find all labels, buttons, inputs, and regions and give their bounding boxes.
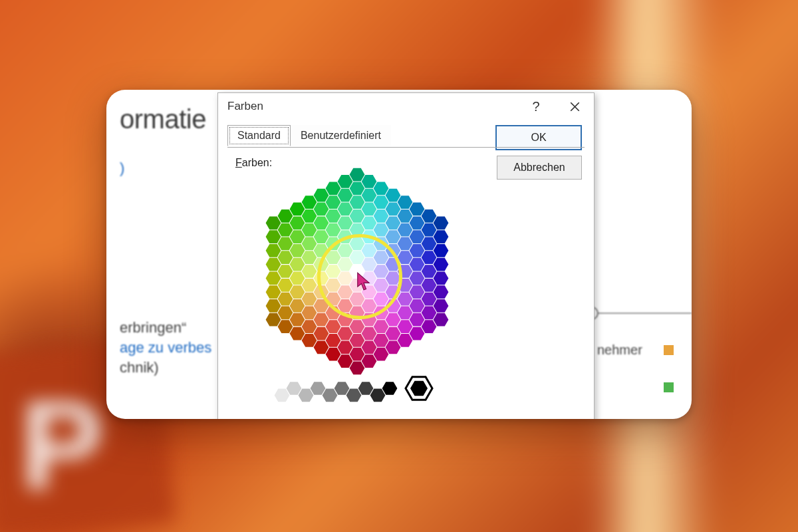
color-swatch[interactable] bbox=[386, 313, 401, 327]
color-swatch[interactable] bbox=[266, 313, 281, 327]
color-swatch[interactable] bbox=[434, 230, 449, 243]
color-swatch[interactable] bbox=[290, 258, 305, 271]
color-swatch[interactable] bbox=[290, 272, 305, 285]
gray-swatch[interactable] bbox=[299, 389, 314, 402]
color-swatch[interactable] bbox=[434, 313, 449, 327]
color-swatch[interactable] bbox=[350, 196, 365, 209]
color-swatch[interactable] bbox=[374, 265, 389, 278]
color-swatch[interactable] bbox=[326, 293, 341, 306]
color-swatch[interactable] bbox=[338, 299, 353, 313]
gray-swatch[interactable] bbox=[275, 389, 290, 402]
color-swatch[interactable] bbox=[422, 279, 437, 292]
color-swatch[interactable] bbox=[422, 251, 437, 264]
color-swatch[interactable] bbox=[290, 216, 305, 229]
color-swatch[interactable] bbox=[278, 223, 293, 237]
color-swatch[interactable] bbox=[266, 299, 281, 313]
color-swatch[interactable] bbox=[350, 348, 365, 361]
color-swatch[interactable] bbox=[350, 182, 365, 195]
color-swatch[interactable] bbox=[326, 334, 341, 347]
color-swatch[interactable] bbox=[302, 196, 317, 209]
color-swatch[interactable] bbox=[314, 203, 329, 216]
color-swatch[interactable] bbox=[302, 293, 317, 306]
color-swatch[interactable] bbox=[422, 306, 437, 319]
color-swatch[interactable] bbox=[266, 272, 281, 285]
color-swatch[interactable] bbox=[326, 265, 341, 278]
color-swatch[interactable] bbox=[326, 279, 341, 292]
color-swatch[interactable] bbox=[266, 216, 281, 229]
color-swatch[interactable] bbox=[410, 203, 425, 216]
color-swatch[interactable] bbox=[374, 196, 389, 209]
color-swatch[interactable] bbox=[362, 230, 377, 243]
color-swatch[interactable] bbox=[374, 279, 389, 292]
color-swatch[interactable] bbox=[398, 209, 413, 223]
color-swatch[interactable] bbox=[374, 334, 389, 347]
color-swatch[interactable] bbox=[374, 306, 389, 319]
color-swatch[interactable] bbox=[398, 293, 413, 306]
color-swatch[interactable] bbox=[362, 189, 377, 202]
color-swatch[interactable] bbox=[326, 348, 341, 361]
color-swatch[interactable] bbox=[374, 182, 389, 195]
color-hexagon[interactable] bbox=[254, 178, 460, 364]
color-swatch[interactable] bbox=[374, 223, 389, 237]
color-swatch[interactable] bbox=[338, 285, 353, 299]
color-swatch[interactable] bbox=[398, 237, 413, 251]
color-swatch[interactable] bbox=[374, 209, 389, 223]
color-swatch[interactable] bbox=[362, 299, 377, 313]
color-swatch[interactable] bbox=[290, 203, 305, 216]
color-swatch[interactable] bbox=[338, 258, 353, 271]
color-swatch[interactable] bbox=[314, 244, 329, 257]
color-swatch[interactable] bbox=[338, 175, 353, 188]
color-swatch[interactable] bbox=[326, 223, 341, 237]
color-swatch[interactable] bbox=[362, 327, 377, 340]
color-swatch[interactable] bbox=[290, 244, 305, 257]
color-swatch[interactable] bbox=[314, 272, 329, 285]
gray-swatch[interactable] bbox=[370, 389, 386, 402]
color-swatch[interactable] bbox=[314, 230, 329, 243]
color-swatch[interactable] bbox=[326, 196, 341, 209]
color-swatch[interactable] bbox=[410, 313, 425, 327]
color-swatch[interactable] bbox=[386, 189, 401, 202]
gray-swatch[interactable] bbox=[263, 382, 278, 395]
color-swatch[interactable] bbox=[350, 293, 365, 306]
color-swatch[interactable] bbox=[422, 237, 437, 251]
color-swatch[interactable] bbox=[410, 216, 425, 229]
color-swatch[interactable] bbox=[338, 230, 353, 243]
color-swatch[interactable] bbox=[278, 265, 293, 278]
color-swatch[interactable] bbox=[434, 299, 449, 313]
color-swatch[interactable] bbox=[326, 182, 341, 195]
color-swatch[interactable] bbox=[386, 244, 401, 257]
color-swatch[interactable] bbox=[290, 285, 305, 299]
grayscale-strip[interactable] bbox=[259, 374, 459, 404]
color-swatch[interactable] bbox=[410, 299, 425, 313]
color-swatch[interactable] bbox=[266, 230, 281, 243]
color-swatch[interactable] bbox=[386, 258, 401, 271]
color-swatch[interactable] bbox=[362, 258, 377, 271]
color-swatch[interactable] bbox=[278, 279, 293, 292]
color-swatch[interactable] bbox=[278, 237, 293, 251]
color-swatch[interactable] bbox=[398, 196, 413, 209]
color-swatch[interactable] bbox=[422, 293, 437, 306]
color-swatch[interactable] bbox=[350, 209, 365, 223]
color-swatch[interactable] bbox=[398, 320, 413, 333]
color-swatch[interactable] bbox=[362, 272, 377, 285]
color-swatch[interactable] bbox=[314, 216, 329, 229]
help-button[interactable]: ? bbox=[517, 93, 555, 120]
color-swatch[interactable] bbox=[302, 279, 317, 292]
color-swatch[interactable] bbox=[386, 327, 401, 340]
color-swatch[interactable] bbox=[350, 168, 365, 182]
color-swatch[interactable] bbox=[302, 237, 317, 251]
color-swatch[interactable] bbox=[302, 223, 317, 237]
color-swatch[interactable] bbox=[278, 320, 293, 333]
color-swatch[interactable] bbox=[314, 299, 329, 313]
color-swatch[interactable] bbox=[434, 272, 449, 285]
color-swatch[interactable] bbox=[302, 334, 317, 347]
color-swatch[interactable] bbox=[350, 237, 365, 251]
color-swatch[interactable] bbox=[374, 348, 389, 361]
color-swatch[interactable] bbox=[386, 285, 401, 299]
color-swatch[interactable] bbox=[266, 285, 281, 299]
color-swatch[interactable] bbox=[362, 313, 377, 327]
color-swatch[interactable] bbox=[398, 306, 413, 319]
color-swatch[interactable] bbox=[386, 299, 401, 313]
color-swatch[interactable] bbox=[278, 306, 293, 319]
color-swatch[interactable] bbox=[278, 293, 293, 306]
